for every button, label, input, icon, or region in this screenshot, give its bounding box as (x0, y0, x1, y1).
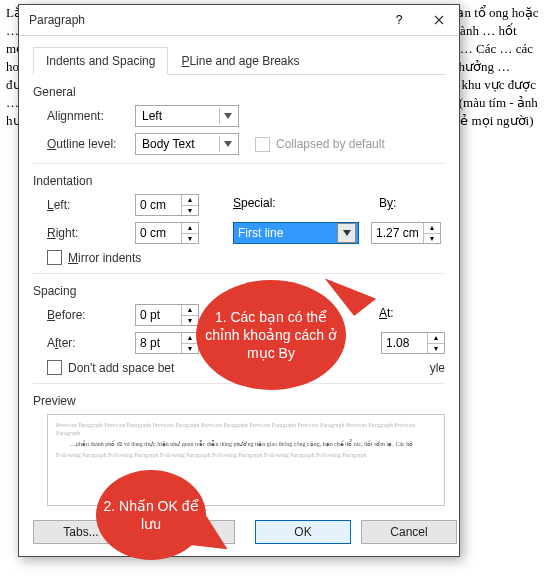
preview-faint-before: Previous Paragraph Previous Paragraph Pr… (56, 421, 436, 437)
indent-right-value: 0 cm (140, 226, 166, 240)
tab-indents-spacing[interactable]: Indents and Spacing (33, 47, 168, 75)
help-button[interactable]: ? (379, 5, 419, 35)
label-outline: Outline level: (33, 137, 135, 151)
collapsed-checkbox (255, 137, 270, 152)
close-button[interactable] (419, 5, 459, 35)
spin-down-icon[interactable]: ▼ (428, 344, 444, 354)
spin-up-icon[interactable]: ▲ (182, 195, 198, 206)
alignment-combo[interactable]: Left (135, 105, 239, 127)
at-spinner[interactable]: 1.08 ▲▼ (381, 332, 445, 354)
mirror-checkbox[interactable] (47, 250, 62, 265)
before-spinner[interactable]: 0 pt ▲▼ (135, 304, 199, 326)
label-dontadd: Don't add space bet (68, 361, 174, 375)
special-value: First line (238, 226, 283, 240)
before-value: 0 pt (140, 308, 160, 322)
trailing-style-text: yle (430, 361, 445, 375)
label-before: Before: (33, 308, 135, 322)
spin-up-icon[interactable]: ▲ (424, 223, 440, 234)
tab-line-page-breaks[interactable]: PLine and age Breaks (168, 47, 312, 75)
label-at: At: (379, 306, 445, 320)
chevron-down-icon (219, 136, 236, 152)
spin-up-icon[interactable]: ▲ (428, 333, 444, 344)
chevron-down-icon (219, 108, 236, 124)
divider (33, 163, 445, 164)
cancel-button[interactable]: Cancel (361, 520, 457, 544)
label-mirror: Mirror indents (68, 251, 141, 265)
label-special: Special: (233, 196, 276, 210)
section-indentation: Indentation (33, 174, 445, 188)
at-value: 1.08 (386, 336, 409, 350)
label-right: Right: (33, 226, 135, 240)
chevron-down-icon (337, 223, 356, 243)
dialog-title: Paragraph (19, 13, 379, 27)
preview-body: …phần thành phố đã và đang thực hiện như… (70, 440, 436, 448)
label-collapsed: Collapsed by default (276, 137, 385, 151)
alignment-value: Left (142, 109, 162, 123)
titlebar: Paragraph ? (19, 5, 459, 36)
indent-left-spinner[interactable]: 0 cm ▲▼ (135, 194, 199, 216)
after-spinner[interactable]: 8 pt ▲▼ (135, 332, 199, 354)
dontadd-checkbox[interactable] (47, 360, 62, 375)
label-alignment: Alignment: (33, 109, 135, 123)
spin-down-icon[interactable]: ▼ (424, 234, 440, 244)
label-by: By: (379, 196, 445, 210)
outline-value: Body Text (142, 137, 194, 151)
callout-2: 2. Nhấn OK để lưu (96, 470, 206, 560)
callout-1: 1. Các bạn có thể chỉnh khoảng cách ở mụ… (196, 280, 346, 390)
section-general: General (33, 85, 445, 99)
section-preview: Preview (33, 394, 445, 408)
after-value: 8 pt (140, 336, 160, 350)
indent-left-value: 0 cm (140, 198, 166, 212)
spin-down-icon[interactable]: ▼ (182, 206, 198, 216)
ok-button[interactable]: OK (255, 520, 351, 544)
label-left: Left: (33, 198, 135, 212)
tabstrip: Indents and Spacing PLine and age Breaks (33, 46, 445, 75)
special-combo[interactable]: First line (233, 222, 359, 244)
spin-up-icon[interactable]: ▲ (182, 223, 198, 234)
label-after: After: (33, 336, 135, 350)
close-icon (434, 15, 444, 25)
preview-faint-after: Following Paragraph Following Paragraph … (56, 451, 436, 459)
outline-combo[interactable]: Body Text (135, 133, 239, 155)
spin-down-icon[interactable]: ▼ (182, 234, 198, 244)
indent-right-spinner[interactable]: 0 cm ▲▼ (135, 222, 199, 244)
